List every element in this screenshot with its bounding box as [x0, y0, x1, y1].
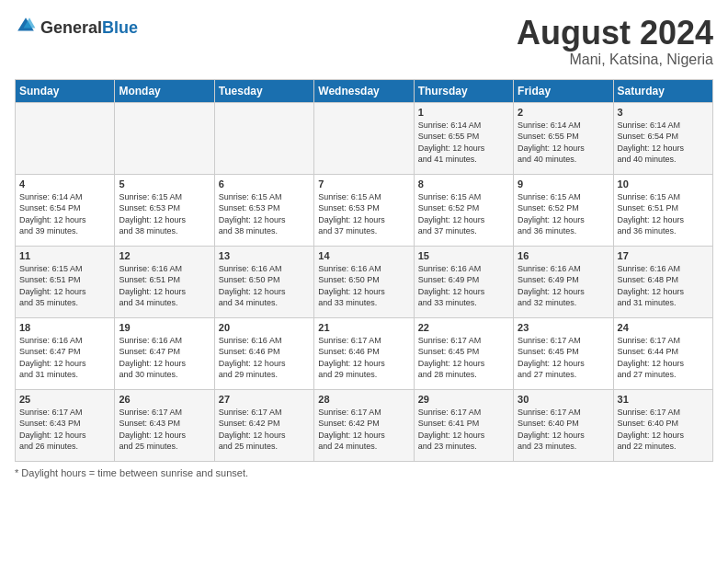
calendar-cell: 29Sunrise: 6:17 AM Sunset: 6:41 PM Dayli… — [414, 389, 513, 461]
calendar-cell: 26Sunrise: 6:17 AM Sunset: 6:43 PM Dayli… — [115, 389, 214, 461]
day-number: 18 — [19, 322, 110, 333]
day-number: 9 — [518, 178, 609, 190]
day-number: 8 — [418, 178, 509, 190]
calendar-cell: 31Sunrise: 6:17 AM Sunset: 6:40 PM Dayli… — [613, 389, 712, 461]
cell-content: Sunrise: 6:16 AM Sunset: 6:47 PM Dayligh… — [119, 335, 210, 381]
logo-general: GeneralBlue — [40, 18, 138, 38]
cell-content: Sunrise: 6:15 AM Sunset: 6:52 PM Dayligh… — [418, 191, 509, 237]
header-row: SundayMondayTuesdayWednesdayThursdayFrid… — [16, 79, 713, 102]
cell-content: Sunrise: 6:16 AM Sunset: 6:51 PM Dayligh… — [119, 263, 210, 309]
day-header-saturday: Saturday — [613, 79, 712, 102]
calendar-cell: 25Sunrise: 6:17 AM Sunset: 6:43 PM Dayli… — [16, 389, 115, 461]
footer-note: * Daylight hours = time between sunrise … — [15, 467, 713, 478]
day-header-tuesday: Tuesday — [214, 79, 313, 102]
logo-icon — [15, 15, 37, 37]
day-header-friday: Friday — [514, 79, 613, 102]
cell-content: Sunrise: 6:15 AM Sunset: 6:51 PM Dayligh… — [19, 263, 110, 309]
week-row-2: 4Sunrise: 6:14 AM Sunset: 6:54 PM Daylig… — [16, 174, 713, 246]
calendar-cell: 4Sunrise: 6:14 AM Sunset: 6:54 PM Daylig… — [16, 174, 115, 246]
calendar-cell: 15Sunrise: 6:16 AM Sunset: 6:49 PM Dayli… — [414, 246, 513, 317]
calendar-cell: 16Sunrise: 6:16 AM Sunset: 6:49 PM Dayli… — [514, 246, 613, 317]
day-number: 2 — [518, 107, 609, 118]
calendar-header: SundayMondayTuesdayWednesdayThursdayFrid… — [16, 79, 713, 102]
calendar-cell: 12Sunrise: 6:16 AM Sunset: 6:51 PM Dayli… — [115, 246, 214, 317]
calendar-cell: 8Sunrise: 6:15 AM Sunset: 6:52 PM Daylig… — [414, 174, 513, 246]
calendar-cell — [16, 102, 115, 174]
day-number: 14 — [318, 250, 409, 261]
cell-content: Sunrise: 6:15 AM Sunset: 6:53 PM Dayligh… — [318, 191, 409, 237]
day-number: 27 — [219, 394, 310, 405]
calendar-cell: 17Sunrise: 6:16 AM Sunset: 6:48 PM Dayli… — [613, 246, 712, 317]
day-number: 21 — [318, 322, 409, 333]
day-number: 17 — [618, 250, 709, 261]
day-number: 11 — [19, 250, 110, 261]
day-number: 5 — [119, 178, 210, 190]
week-row-3: 11Sunrise: 6:15 AM Sunset: 6:51 PM Dayli… — [16, 246, 713, 317]
calendar-body: 1Sunrise: 6:14 AM Sunset: 6:55 PM Daylig… — [16, 102, 713, 461]
cell-content: Sunrise: 6:17 AM Sunset: 6:43 PM Dayligh… — [119, 407, 210, 453]
calendar-cell: 14Sunrise: 6:16 AM Sunset: 6:50 PM Dayli… — [314, 246, 414, 317]
cell-content: Sunrise: 6:15 AM Sunset: 6:51 PM Dayligh… — [618, 191, 709, 237]
calendar-table: SundayMondayTuesdayWednesdayThursdayFrid… — [15, 79, 713, 462]
cell-content: Sunrise: 6:17 AM Sunset: 6:43 PM Dayligh… — [19, 407, 110, 453]
cell-content: Sunrise: 6:16 AM Sunset: 6:49 PM Dayligh… — [518, 263, 609, 309]
header: GeneralBlue August 2024 Mani, Katsina, N… — [15, 15, 713, 68]
cell-content: Sunrise: 6:17 AM Sunset: 6:45 PM Dayligh… — [518, 335, 609, 381]
calendar-cell — [314, 102, 414, 174]
day-number: 12 — [119, 250, 210, 261]
day-header-thursday: Thursday — [414, 79, 513, 102]
day-number: 7 — [318, 178, 409, 190]
cell-content: Sunrise: 6:17 AM Sunset: 6:46 PM Dayligh… — [318, 335, 409, 381]
day-number: 23 — [518, 322, 609, 333]
calendar-cell: 22Sunrise: 6:17 AM Sunset: 6:45 PM Dayli… — [414, 317, 513, 389]
day-number: 28 — [318, 394, 409, 405]
day-number: 16 — [518, 250, 609, 261]
day-number: 4 — [19, 178, 110, 190]
cell-content: Sunrise: 6:17 AM Sunset: 6:42 PM Dayligh… — [318, 407, 409, 453]
calendar-cell: 2Sunrise: 6:14 AM Sunset: 6:55 PM Daylig… — [514, 102, 613, 174]
cell-content: Sunrise: 6:14 AM Sunset: 6:54 PM Dayligh… — [19, 191, 110, 237]
day-header-wednesday: Wednesday — [314, 79, 414, 102]
day-number: 24 — [618, 322, 709, 333]
calendar-cell: 1Sunrise: 6:14 AM Sunset: 6:55 PM Daylig… — [414, 102, 513, 174]
day-number: 20 — [219, 322, 310, 333]
week-row-5: 25Sunrise: 6:17 AM Sunset: 6:43 PM Dayli… — [16, 389, 713, 461]
day-number: 26 — [119, 394, 210, 405]
day-header-monday: Monday — [115, 79, 214, 102]
calendar-cell: 24Sunrise: 6:17 AM Sunset: 6:44 PM Dayli… — [613, 317, 712, 389]
cell-content: Sunrise: 6:16 AM Sunset: 6:48 PM Dayligh… — [618, 263, 709, 309]
calendar-cell: 30Sunrise: 6:17 AM Sunset: 6:40 PM Dayli… — [514, 389, 613, 461]
calendar-cell: 13Sunrise: 6:16 AM Sunset: 6:50 PM Dayli… — [214, 246, 313, 317]
calendar-cell: 5Sunrise: 6:15 AM Sunset: 6:53 PM Daylig… — [115, 174, 214, 246]
calendar-cell: 3Sunrise: 6:14 AM Sunset: 6:54 PM Daylig… — [613, 102, 712, 174]
cell-content: Sunrise: 6:14 AM Sunset: 6:54 PM Dayligh… — [618, 120, 709, 166]
calendar-cell: 28Sunrise: 6:17 AM Sunset: 6:42 PM Dayli… — [314, 389, 414, 461]
cell-content: Sunrise: 6:17 AM Sunset: 6:40 PM Dayligh… — [618, 407, 709, 453]
cell-content: Sunrise: 6:16 AM Sunset: 6:47 PM Dayligh… — [19, 335, 110, 381]
calendar-cell: 21Sunrise: 6:17 AM Sunset: 6:46 PM Dayli… — [314, 317, 414, 389]
calendar-cell: 9Sunrise: 6:15 AM Sunset: 6:52 PM Daylig… — [514, 174, 613, 246]
calendar-cell — [115, 102, 214, 174]
cell-content: Sunrise: 6:17 AM Sunset: 6:41 PM Dayligh… — [418, 407, 509, 453]
week-row-4: 18Sunrise: 6:16 AM Sunset: 6:47 PM Dayli… — [16, 317, 713, 389]
daylight-hours-label: Daylight hours — [21, 467, 85, 478]
day-number: 29 — [418, 394, 509, 405]
calendar-cell: 7Sunrise: 6:15 AM Sunset: 6:53 PM Daylig… — [314, 174, 414, 246]
cell-content: Sunrise: 6:17 AM Sunset: 6:45 PM Dayligh… — [418, 335, 509, 381]
day-number: 15 — [418, 250, 509, 261]
cell-content: Sunrise: 6:16 AM Sunset: 6:50 PM Dayligh… — [318, 263, 409, 309]
cell-content: Sunrise: 6:16 AM Sunset: 6:50 PM Dayligh… — [219, 263, 310, 309]
calendar-cell: 18Sunrise: 6:16 AM Sunset: 6:47 PM Dayli… — [16, 317, 115, 389]
day-number: 31 — [618, 394, 709, 405]
day-header-sunday: Sunday — [16, 79, 115, 102]
day-number: 30 — [518, 394, 609, 405]
calendar-cell: 27Sunrise: 6:17 AM Sunset: 6:42 PM Dayli… — [214, 389, 313, 461]
cell-content: Sunrise: 6:14 AM Sunset: 6:55 PM Dayligh… — [418, 120, 509, 166]
cell-content: Sunrise: 6:17 AM Sunset: 6:40 PM Dayligh… — [518, 407, 609, 453]
cell-content: Sunrise: 6:15 AM Sunset: 6:53 PM Dayligh… — [219, 191, 310, 237]
week-row-1: 1Sunrise: 6:14 AM Sunset: 6:55 PM Daylig… — [16, 102, 713, 174]
calendar-cell: 20Sunrise: 6:16 AM Sunset: 6:46 PM Dayli… — [214, 317, 313, 389]
day-number: 19 — [119, 322, 210, 333]
day-number: 1 — [418, 107, 509, 118]
calendar-cell: 6Sunrise: 6:15 AM Sunset: 6:53 PM Daylig… — [214, 174, 313, 246]
